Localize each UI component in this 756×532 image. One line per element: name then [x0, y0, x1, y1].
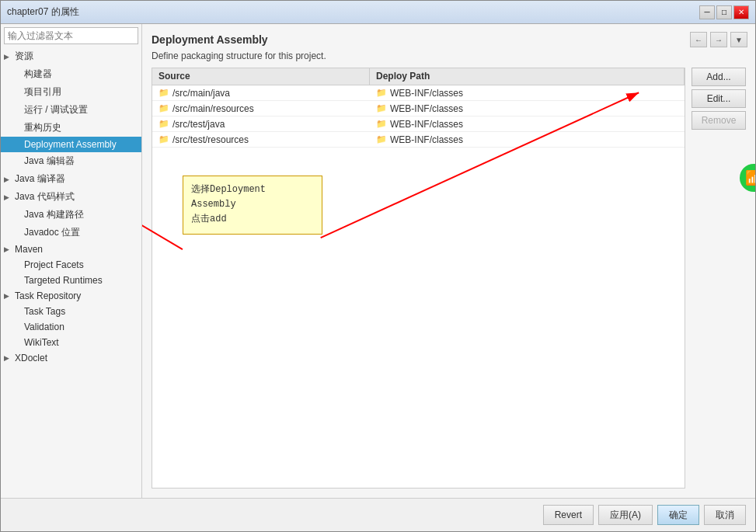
sidebar-item[interactable]: WikiText: [1, 335, 141, 350]
deploy-path: WEB-INF/classes: [390, 103, 463, 114]
table-area: Source Deploy Path 📁/src/main/java📁WEB-I…: [152, 68, 746, 489]
table-body: 📁/src/main/java📁WEB-INF/classes📁/src/mai…: [152, 85, 685, 488]
sidebar-item-label: Java 编辑器: [24, 155, 75, 168]
folder-icon: 📁: [376, 135, 387, 144]
deploy-path: WEB-INF/classes: [390, 88, 463, 99]
sidebar-item-label: XDoclet: [15, 353, 47, 363]
source-cell: 📁/src/main/java: [152, 86, 370, 100]
sidebar-item[interactable]: Targeted Runtimes: [1, 273, 141, 288]
cancel-button[interactable]: 取消: [704, 505, 746, 525]
sidebar-item-label: Task Tags: [24, 306, 65, 317]
sidebar-item-label: Deployment Assembly: [24, 139, 117, 150]
folder-icon: 📁: [376, 89, 387, 98]
sidebar-item[interactable]: Javadoc 位置: [1, 224, 141, 242]
sidebar-item[interactable]: ▶Java 代码样式: [1, 188, 141, 206]
title-bar: chapter07 的属性 ─ □ ✕: [1, 1, 755, 24]
sidebar-item-label: Java 代码样式: [15, 190, 75, 203]
deploy-header: Deploy Path: [370, 68, 685, 85]
annotation-line2: 点击add: [191, 212, 314, 227]
folder-icon: 📁: [159, 120, 169, 129]
sidebar-item-label: 资源: [15, 50, 33, 63]
ok-button[interactable]: 确定: [657, 505, 699, 525]
sidebar-item-label: 项目引用: [24, 85, 61, 99]
action-buttons: Add... Edit... Remove: [685, 68, 746, 489]
sidebar: ▶资源构建器项目引用运行 / 调试设置重构历史Deployment Assemb…: [1, 24, 142, 498]
sidebar-item-label: Validation: [24, 322, 64, 332]
sidebar-item-label: Maven: [15, 244, 43, 255]
folder-icon: 📁: [159, 135, 169, 144]
panel-subtitle: Define packaging structure for this proj…: [152, 50, 746, 61]
content-area: ▶资源构建器项目引用运行 / 调试设置重构历史Deployment Assemb…: [1, 24, 755, 498]
filter-input[interactable]: [4, 27, 138, 44]
source-cell: 📁/src/test/java: [152, 117, 370, 131]
minimize-button[interactable]: ─: [699, 5, 715, 19]
sidebar-item-label: Java 编译器: [15, 172, 65, 186]
sidebar-item-label: 构建器: [24, 68, 52, 81]
maximize-button[interactable]: □: [716, 5, 732, 19]
sidebar-item[interactable]: 项目引用: [1, 83, 141, 101]
source-path: /src/main/resources: [172, 103, 254, 114]
sidebar-item-label: Targeted Runtimes: [24, 275, 103, 286]
add-button[interactable]: Add...: [692, 68, 746, 86]
sidebar-item[interactable]: ▶Maven: [1, 242, 141, 257]
expand-icon: ▶: [4, 354, 12, 362]
back-button[interactable]: ←: [690, 32, 707, 47]
main-window: chapter07 的属性 ─ □ ✕ ▶资源构建器项目引用运行 / 调试设置重…: [0, 0, 756, 532]
deploy-cell: 📁WEB-INF/classes: [370, 86, 685, 100]
sidebar-item[interactable]: Validation: [1, 319, 141, 335]
sidebar-item[interactable]: ▶XDoclet: [1, 350, 141, 366]
sidebar-item[interactable]: Deployment Assembly: [1, 137, 141, 152]
annotation-box: 选择Deployment Assembly 点击add: [183, 176, 322, 235]
bottom-bar: Revert 应用(A) 确定 取消: [1, 498, 755, 531]
window-title: chapter07 的属性: [7, 5, 699, 19]
source-path: /src/test/java: [172, 119, 225, 130]
table-row[interactable]: 📁/src/test/resources📁WEB-INF/classes: [152, 132, 685, 148]
deploy-cell: 📁WEB-INF/classes: [370, 102, 685, 116]
expand-icon: ▶: [4, 193, 12, 201]
table-row[interactable]: 📁/src/main/java📁WEB-INF/classes: [152, 85, 685, 101]
forward-button[interactable]: →: [710, 32, 727, 47]
sidebar-item[interactable]: 运行 / 调试设置: [1, 101, 141, 119]
revert-button[interactable]: Revert: [543, 505, 594, 525]
source-path: /src/main/java: [172, 88, 230, 99]
down-button[interactable]: ▼: [730, 32, 747, 47]
remove-button[interactable]: Remove: [692, 111, 746, 130]
folder-icon: 📁: [376, 120, 387, 129]
source-cell: 📁/src/test/resources: [152, 133, 370, 147]
sidebar-item[interactable]: Task Tags: [1, 304, 141, 319]
table-header: Source Deploy Path: [152, 68, 685, 85]
table-row[interactable]: 📁/src/test/java📁WEB-INF/classes: [152, 116, 685, 132]
sidebar-item[interactable]: ▶Task Repository: [1, 288, 141, 304]
expand-icon: ▶: [4, 245, 12, 253]
sidebar-list: ▶资源构建器项目引用运行 / 调试设置重构历史Deployment Assemb…: [1, 47, 141, 498]
table-container: Source Deploy Path 📁/src/main/java📁WEB-I…: [152, 68, 685, 489]
sidebar-item[interactable]: ▶Java 编译器: [1, 170, 141, 188]
main-panel: ← → ▼ Deployment Assembly Define packagi…: [142, 24, 755, 498]
sidebar-item[interactable]: ▶资源: [1, 47, 141, 65]
folder-icon: 📁: [376, 104, 387, 113]
source-path: /src/test/resources: [172, 134, 249, 145]
sidebar-item[interactable]: Java 构建路径: [1, 206, 141, 224]
edit-button[interactable]: Edit...: [692, 89, 746, 108]
expand-icon: ▶: [4, 53, 12, 61]
table-row[interactable]: 📁/src/main/resources📁WEB-INF/classes: [152, 101, 685, 116]
sidebar-item-label: Java 构建路径: [24, 208, 84, 221]
sidebar-item-label: 重构历史: [24, 121, 61, 134]
deploy-cell: 📁WEB-INF/classes: [370, 133, 685, 147]
deploy-path: WEB-INF/classes: [390, 119, 463, 130]
sidebar-item[interactable]: 构建器: [1, 65, 141, 83]
panel-toolbar: ← → ▼: [690, 32, 747, 47]
close-button[interactable]: ✕: [733, 5, 749, 19]
expand-icon: ▶: [4, 292, 12, 300]
sidebar-item[interactable]: Java 编辑器: [1, 152, 141, 170]
sidebar-item[interactable]: 重构历史: [1, 119, 141, 137]
sidebar-item-label: 运行 / 调试设置: [24, 103, 88, 116]
expand-icon: ▶: [4, 176, 12, 183]
sidebar-item-label: Javadoc 位置: [24, 226, 80, 239]
apply-button[interactable]: 应用(A): [598, 505, 653, 525]
sidebar-item[interactable]: Project Facets: [1, 257, 141, 273]
annotation-line1: 选择Deployment Assembly: [191, 183, 314, 212]
deploy-path: WEB-INF/classes: [390, 134, 463, 145]
panel-title: Deployment Assembly: [152, 33, 746, 46]
folder-icon: 📁: [159, 104, 169, 113]
